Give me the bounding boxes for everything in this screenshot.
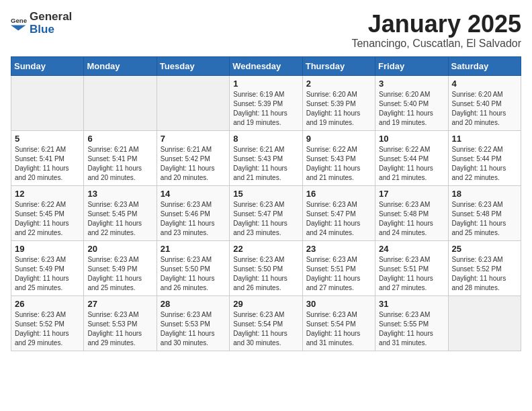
day-number: 17	[379, 189, 444, 199]
calendar-cell: 6Sunrise: 6:21 AMSunset: 5:41 PMDaylight…	[84, 130, 157, 185]
day-number: 18	[452, 189, 517, 199]
logo-icon: General	[11, 15, 27, 32]
day-number: 30	[306, 299, 371, 309]
calendar-cell: 25Sunrise: 6:23 AMSunset: 5:52 PMDayligh…	[448, 240, 521, 295]
day-info: Sunrise: 6:21 AMSunset: 5:41 PMDaylight:…	[15, 145, 80, 183]
day-number: 24	[379, 244, 444, 254]
day-info: Sunrise: 6:23 AMSunset: 5:45 PMDaylight:…	[87, 200, 152, 238]
logo: General General Blue	[11, 11, 72, 36]
day-info: Sunrise: 6:21 AMSunset: 5:42 PMDaylight:…	[161, 145, 226, 183]
day-info: Sunrise: 6:20 AMSunset: 5:40 PMDaylight:…	[452, 90, 517, 128]
day-number: 7	[161, 134, 226, 144]
calendar-cell: 24Sunrise: 6:23 AMSunset: 5:51 PMDayligh…	[375, 240, 448, 295]
calendar-cell: 13Sunrise: 6:23 AMSunset: 5:45 PMDayligh…	[84, 185, 157, 240]
calendar-cell	[84, 75, 157, 130]
day-info: Sunrise: 6:23 AMSunset: 5:54 PMDaylight:…	[306, 310, 371, 348]
logo-general-text: General	[30, 11, 72, 24]
day-number: 6	[87, 134, 152, 144]
calendar-cell: 29Sunrise: 6:23 AMSunset: 5:54 PMDayligh…	[230, 295, 302, 351]
calendar-cell: 12Sunrise: 6:22 AMSunset: 5:45 PMDayligh…	[11, 185, 84, 240]
weekday-header-wednesday: Wednesday	[230, 56, 302, 75]
calendar-week-row: 19Sunrise: 6:23 AMSunset: 5:49 PMDayligh…	[11, 240, 521, 295]
day-number: 11	[452, 134, 517, 144]
day-info: Sunrise: 6:23 AMSunset: 5:51 PMDaylight:…	[379, 255, 444, 293]
calendar-week-row: 5Sunrise: 6:21 AMSunset: 5:41 PMDaylight…	[11, 130, 521, 185]
location-title: Tenancingo, Cuscatlan, El Salvador	[351, 38, 521, 50]
day-number: 9	[306, 134, 371, 144]
day-number: 12	[15, 189, 80, 199]
day-info: Sunrise: 6:23 AMSunset: 5:51 PMDaylight:…	[306, 255, 371, 293]
day-number: 4	[452, 79, 517, 89]
weekday-header-tuesday: Tuesday	[157, 56, 229, 75]
weekday-header-saturday: Saturday	[448, 56, 521, 75]
day-info: Sunrise: 6:22 AMSunset: 5:44 PMDaylight:…	[452, 145, 517, 183]
day-info: Sunrise: 6:23 AMSunset: 5:48 PMDaylight:…	[452, 200, 517, 238]
day-info: Sunrise: 6:23 AMSunset: 5:46 PMDaylight:…	[161, 200, 226, 238]
calendar-table: SundayMondayTuesdayWednesdayThursdayFrid…	[11, 56, 521, 351]
calendar-cell: 15Sunrise: 6:23 AMSunset: 5:47 PMDayligh…	[230, 185, 302, 240]
svg-text:General: General	[11, 17, 27, 24]
day-number: 5	[15, 134, 80, 144]
calendar-cell	[11, 75, 84, 130]
calendar-cell	[157, 75, 229, 130]
day-number: 8	[233, 134, 298, 144]
day-number: 28	[161, 299, 226, 309]
day-info: Sunrise: 6:23 AMSunset: 5:53 PMDaylight:…	[161, 310, 226, 348]
page-header: General General Blue January 2025 Tenanc…	[11, 11, 521, 50]
day-number: 23	[306, 244, 371, 254]
day-info: Sunrise: 6:22 AMSunset: 5:43 PMDaylight:…	[306, 145, 371, 183]
calendar-cell: 16Sunrise: 6:23 AMSunset: 5:47 PMDayligh…	[302, 185, 375, 240]
day-number: 13	[87, 189, 152, 199]
day-info: Sunrise: 6:21 AMSunset: 5:43 PMDaylight:…	[233, 145, 298, 183]
calendar-cell: 30Sunrise: 6:23 AMSunset: 5:54 PMDayligh…	[302, 295, 375, 351]
weekday-header-thursday: Thursday	[302, 56, 375, 75]
day-number: 29	[233, 299, 298, 309]
day-info: Sunrise: 6:23 AMSunset: 5:49 PMDaylight:…	[87, 255, 152, 293]
weekday-header-friday: Friday	[375, 56, 448, 75]
calendar-cell: 26Sunrise: 6:23 AMSunset: 5:52 PMDayligh…	[11, 295, 84, 351]
day-number: 16	[306, 189, 371, 199]
day-info: Sunrise: 6:21 AMSunset: 5:41 PMDaylight:…	[87, 145, 152, 183]
day-info: Sunrise: 6:23 AMSunset: 5:52 PMDaylight:…	[15, 310, 80, 348]
day-number: 25	[452, 244, 517, 254]
calendar-week-row: 12Sunrise: 6:22 AMSunset: 5:45 PMDayligh…	[11, 185, 521, 240]
day-info: Sunrise: 6:23 AMSunset: 5:48 PMDaylight:…	[379, 200, 444, 238]
day-number: 14	[161, 189, 226, 199]
calendar-cell: 31Sunrise: 6:23 AMSunset: 5:55 PMDayligh…	[375, 295, 448, 351]
weekday-header-row: SundayMondayTuesdayWednesdayThursdayFrid…	[11, 56, 521, 75]
svg-marker-1	[11, 25, 26, 30]
calendar-cell: 20Sunrise: 6:23 AMSunset: 5:49 PMDayligh…	[84, 240, 157, 295]
calendar-cell: 14Sunrise: 6:23 AMSunset: 5:46 PMDayligh…	[157, 185, 229, 240]
day-number: 27	[87, 299, 152, 309]
day-info: Sunrise: 6:23 AMSunset: 5:47 PMDaylight:…	[306, 200, 371, 238]
day-number: 21	[161, 244, 226, 254]
calendar-cell: 8Sunrise: 6:21 AMSunset: 5:43 PMDaylight…	[230, 130, 302, 185]
calendar-cell: 5Sunrise: 6:21 AMSunset: 5:41 PMDaylight…	[11, 130, 84, 185]
day-number: 15	[233, 189, 298, 199]
calendar-cell: 10Sunrise: 6:22 AMSunset: 5:44 PMDayligh…	[375, 130, 448, 185]
calendar-cell: 23Sunrise: 6:23 AMSunset: 5:51 PMDayligh…	[302, 240, 375, 295]
calendar-cell: 21Sunrise: 6:23 AMSunset: 5:50 PMDayligh…	[157, 240, 229, 295]
calendar-cell: 27Sunrise: 6:23 AMSunset: 5:53 PMDayligh…	[84, 295, 157, 351]
day-info: Sunrise: 6:19 AMSunset: 5:39 PMDaylight:…	[233, 90, 298, 128]
calendar-cell: 19Sunrise: 6:23 AMSunset: 5:49 PMDayligh…	[11, 240, 84, 295]
day-info: Sunrise: 6:23 AMSunset: 5:50 PMDaylight:…	[233, 255, 298, 293]
calendar-cell: 17Sunrise: 6:23 AMSunset: 5:48 PMDayligh…	[375, 185, 448, 240]
calendar-cell: 11Sunrise: 6:22 AMSunset: 5:44 PMDayligh…	[448, 130, 521, 185]
day-info: Sunrise: 6:20 AMSunset: 5:40 PMDaylight:…	[379, 90, 444, 128]
day-number: 19	[15, 244, 80, 254]
day-info: Sunrise: 6:23 AMSunset: 5:50 PMDaylight:…	[161, 255, 226, 293]
month-title: January 2025	[351, 11, 521, 38]
logo-blue-text: Blue	[30, 24, 72, 36]
day-number: 2	[306, 79, 371, 89]
day-number: 1	[233, 79, 298, 89]
calendar-cell	[448, 295, 521, 351]
day-number: 20	[87, 244, 152, 254]
day-info: Sunrise: 6:23 AMSunset: 5:52 PMDaylight:…	[452, 255, 517, 293]
calendar-cell: 4Sunrise: 6:20 AMSunset: 5:40 PMDaylight…	[448, 75, 521, 130]
weekday-header-sunday: Sunday	[11, 56, 84, 75]
calendar-cell: 1Sunrise: 6:19 AMSunset: 5:39 PMDaylight…	[230, 75, 302, 130]
calendar-week-row: 26Sunrise: 6:23 AMSunset: 5:52 PMDayligh…	[11, 295, 521, 351]
day-info: Sunrise: 6:23 AMSunset: 5:47 PMDaylight:…	[233, 200, 298, 238]
day-info: Sunrise: 6:23 AMSunset: 5:55 PMDaylight:…	[379, 310, 444, 348]
